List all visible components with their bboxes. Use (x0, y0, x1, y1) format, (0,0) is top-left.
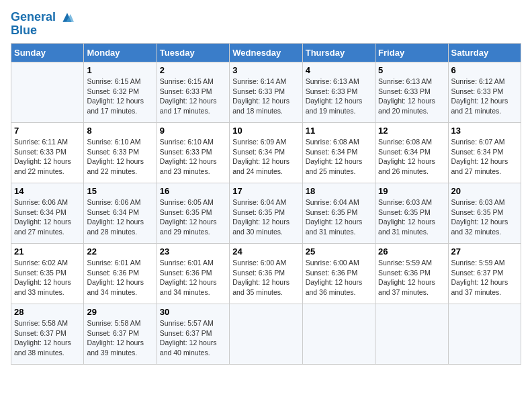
day-info: Sunrise: 6:08 AM Sunset: 6:34 PM Dayligh… (306, 137, 372, 177)
day-number: 28 (14, 307, 81, 317)
calendar-cell: 4Sunrise: 6:13 AM Sunset: 6:33 PM Daylig… (302, 62, 375, 123)
day-info: Sunrise: 6:10 AM Sunset: 6:33 PM Dayligh… (160, 137, 226, 177)
calendar-week-row: 1Sunrise: 6:15 AM Sunset: 6:32 PM Daylig… (11, 62, 521, 123)
calendar-cell: 30Sunrise: 5:57 AM Sunset: 6:37 PM Dayli… (157, 304, 229, 365)
day-info: Sunrise: 6:00 AM Sunset: 6:36 PM Dayligh… (306, 258, 372, 298)
calendar-week-row: 21Sunrise: 6:02 AM Sunset: 6:35 PM Dayli… (11, 244, 521, 304)
day-info: Sunrise: 5:59 AM Sunset: 6:36 PM Dayligh… (378, 258, 445, 298)
day-number: 4 (306, 65, 372, 75)
day-info: Sunrise: 6:11 AM Sunset: 6:33 PM Dayligh… (14, 137, 81, 177)
day-info: Sunrise: 6:15 AM Sunset: 6:32 PM Dayligh… (87, 77, 153, 116)
day-number: 11 (306, 126, 372, 136)
day-number: 24 (232, 246, 299, 257)
calendar-cell (448, 304, 521, 365)
calendar-cell: 12Sunrise: 6:08 AM Sunset: 6:34 PM Dayli… (375, 123, 448, 183)
day-number: 26 (378, 246, 445, 257)
calendar-cell: 14Sunrise: 6:06 AM Sunset: 6:34 PM Dayli… (11, 183, 84, 244)
calendar-cell: 5Sunrise: 6:13 AM Sunset: 6:33 PM Daylig… (375, 62, 448, 123)
calendar-cell: 28Sunrise: 5:58 AM Sunset: 6:37 PM Dayli… (11, 304, 84, 365)
day-number: 7 (14, 126, 81, 136)
day-number: 15 (87, 186, 153, 196)
day-number: 13 (451, 126, 518, 136)
day-number: 25 (306, 246, 372, 257)
logo-text-blue: Blue (11, 24, 74, 38)
logo-icon (60, 11, 74, 24)
day-number: 18 (306, 186, 372, 196)
calendar-cell: 17Sunrise: 6:04 AM Sunset: 6:35 PM Dayli… (230, 183, 302, 244)
calendar-cell: 1Sunrise: 6:15 AM Sunset: 6:32 PM Daylig… (84, 62, 157, 123)
calendar-cell: 24Sunrise: 6:00 AM Sunset: 6:36 PM Dayli… (230, 244, 302, 304)
day-number: 14 (14, 186, 81, 196)
calendar-cell: 16Sunrise: 6:05 AM Sunset: 6:35 PM Dayli… (157, 183, 229, 244)
calendar-table: SundayMondayTuesdayWednesdayThursdayFrid… (11, 43, 521, 365)
calendar-cell: 26Sunrise: 5:59 AM Sunset: 6:36 PM Dayli… (375, 244, 448, 304)
day-number: 22 (87, 246, 153, 257)
calendar-cell (11, 62, 84, 123)
day-info: Sunrise: 5:57 AM Sunset: 6:37 PM Dayligh… (160, 318, 226, 358)
weekday-header: Saturday (448, 44, 521, 62)
calendar-cell: 19Sunrise: 6:03 AM Sunset: 6:35 PM Dayli… (375, 183, 448, 244)
calendar-cell: 21Sunrise: 6:02 AM Sunset: 6:35 PM Dayli… (11, 244, 84, 304)
day-info: Sunrise: 6:07 AM Sunset: 6:34 PM Dayligh… (451, 137, 518, 177)
day-number: 10 (232, 126, 299, 136)
day-number: 8 (87, 126, 153, 136)
calendar-cell: 23Sunrise: 6:01 AM Sunset: 6:36 PM Dayli… (157, 244, 229, 304)
calendar-cell: 27Sunrise: 5:59 AM Sunset: 6:37 PM Dayli… (448, 244, 521, 304)
day-info: Sunrise: 5:58 AM Sunset: 6:37 PM Dayligh… (14, 318, 81, 358)
day-info: Sunrise: 6:04 AM Sunset: 6:35 PM Dayligh… (306, 197, 372, 237)
day-number: 2 (160, 65, 226, 75)
day-info: Sunrise: 6:12 AM Sunset: 6:33 PM Dayligh… (451, 77, 518, 116)
day-number: 3 (232, 65, 299, 75)
day-info: Sunrise: 5:58 AM Sunset: 6:37 PM Dayligh… (87, 318, 153, 358)
day-info: Sunrise: 6:14 AM Sunset: 6:33 PM Dayligh… (232, 77, 299, 116)
day-number: 12 (378, 126, 445, 136)
day-number: 29 (87, 307, 153, 317)
weekday-header: Wednesday (230, 44, 302, 62)
day-number: 1 (87, 65, 153, 75)
page-header: General Blue (11, 11, 521, 38)
logo-text: General (11, 11, 74, 24)
day-info: Sunrise: 6:06 AM Sunset: 6:34 PM Dayligh… (87, 197, 153, 237)
calendar-cell: 6Sunrise: 6:12 AM Sunset: 6:33 PM Daylig… (448, 62, 521, 123)
calendar-cell: 29Sunrise: 5:58 AM Sunset: 6:37 PM Dayli… (84, 304, 157, 365)
day-number: 21 (14, 246, 81, 257)
weekday-header: Monday (84, 44, 157, 62)
calendar-cell (302, 304, 375, 365)
day-number: 16 (160, 186, 226, 196)
weekday-header: Thursday (302, 44, 375, 62)
calendar-cell: 2Sunrise: 6:15 AM Sunset: 6:33 PM Daylig… (157, 62, 229, 123)
day-number: 9 (160, 126, 226, 136)
day-number: 6 (451, 65, 518, 75)
day-number: 27 (451, 246, 518, 257)
calendar-cell: 8Sunrise: 6:10 AM Sunset: 6:33 PM Daylig… (84, 123, 157, 183)
calendar-cell: 10Sunrise: 6:09 AM Sunset: 6:34 PM Dayli… (230, 123, 302, 183)
day-info: Sunrise: 5:59 AM Sunset: 6:37 PM Dayligh… (451, 258, 518, 298)
calendar-cell: 3Sunrise: 6:14 AM Sunset: 6:33 PM Daylig… (230, 62, 302, 123)
calendar-cell: 7Sunrise: 6:11 AM Sunset: 6:33 PM Daylig… (11, 123, 84, 183)
calendar-cell: 13Sunrise: 6:07 AM Sunset: 6:34 PM Dayli… (448, 123, 521, 183)
day-info: Sunrise: 6:05 AM Sunset: 6:35 PM Dayligh… (160, 197, 226, 237)
calendar-cell: 15Sunrise: 6:06 AM Sunset: 6:34 PM Dayli… (84, 183, 157, 244)
day-info: Sunrise: 6:09 AM Sunset: 6:34 PM Dayligh… (232, 137, 299, 177)
weekday-header: Sunday (11, 44, 84, 62)
day-info: Sunrise: 6:08 AM Sunset: 6:34 PM Dayligh… (378, 137, 445, 177)
day-info: Sunrise: 6:00 AM Sunset: 6:36 PM Dayligh… (232, 258, 299, 298)
day-info: Sunrise: 6:04 AM Sunset: 6:35 PM Dayligh… (232, 197, 299, 237)
calendar-cell: 20Sunrise: 6:03 AM Sunset: 6:35 PM Dayli… (448, 183, 521, 244)
calendar-cell: 11Sunrise: 6:08 AM Sunset: 6:34 PM Dayli… (302, 123, 375, 183)
calendar-cell: 22Sunrise: 6:01 AM Sunset: 6:36 PM Dayli… (84, 244, 157, 304)
calendar-cell: 9Sunrise: 6:10 AM Sunset: 6:33 PM Daylig… (157, 123, 229, 183)
day-info: Sunrise: 6:01 AM Sunset: 6:36 PM Dayligh… (160, 258, 226, 298)
day-number: 30 (160, 307, 226, 317)
day-info: Sunrise: 6:03 AM Sunset: 6:35 PM Dayligh… (451, 197, 518, 237)
day-info: Sunrise: 6:13 AM Sunset: 6:33 PM Dayligh… (306, 77, 372, 116)
calendar-week-row: 14Sunrise: 6:06 AM Sunset: 6:34 PM Dayli… (11, 183, 521, 244)
day-number: 5 (378, 65, 445, 75)
calendar-cell: 18Sunrise: 6:04 AM Sunset: 6:35 PM Dayli… (302, 183, 375, 244)
day-info: Sunrise: 6:01 AM Sunset: 6:36 PM Dayligh… (87, 258, 153, 298)
day-info: Sunrise: 6:13 AM Sunset: 6:33 PM Dayligh… (378, 77, 445, 116)
day-info: Sunrise: 6:15 AM Sunset: 6:33 PM Dayligh… (160, 77, 226, 116)
logo: General Blue (11, 11, 74, 38)
day-info: Sunrise: 6:03 AM Sunset: 6:35 PM Dayligh… (378, 197, 445, 237)
calendar-week-row: 28Sunrise: 5:58 AM Sunset: 6:37 PM Dayli… (11, 304, 521, 365)
